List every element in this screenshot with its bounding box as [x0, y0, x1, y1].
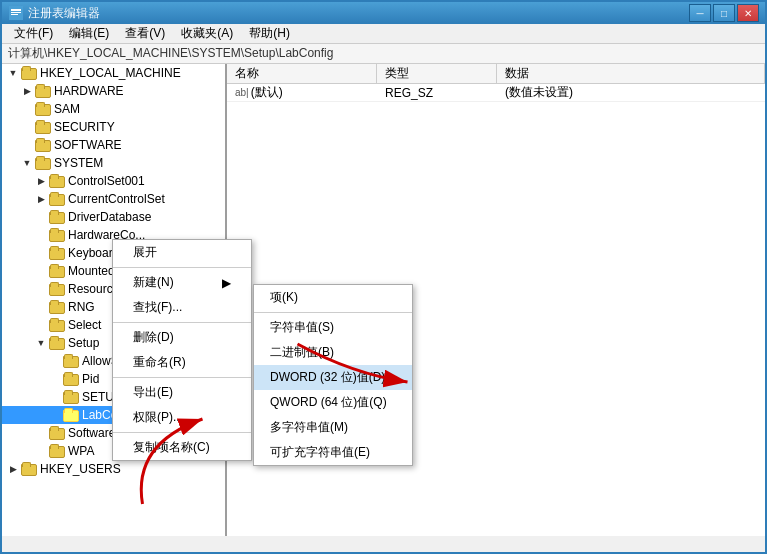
expand-icon: ▶ [6, 462, 20, 476]
folder-icon [21, 462, 37, 476]
tree-item-hkusers[interactable]: ▶ HKEY_USERS [2, 460, 225, 478]
tree-label: CurrentControlSet [68, 192, 165, 206]
expand-icon: ▶ [20, 84, 34, 98]
header-data: 数据 [497, 64, 765, 83]
cell-name: ab| (默认) [227, 84, 377, 101]
ctx-new[interactable]: 新建(N) ▶ 项(K) 字符串值(S) 二进制值(B) DWORD (32 位… [113, 270, 251, 295]
ctx-separator [113, 267, 251, 268]
list-header: 名称 类型 数据 [227, 64, 765, 84]
main-content: ▼ HKEY_LOCAL_MACHINE ▶ HARDWARE ▶ SAM ▶ … [2, 64, 765, 536]
submenu-dword[interactable]: DWORD (32 位)值(D) [254, 365, 412, 390]
menu-help[interactable]: 帮助(H) [241, 23, 298, 44]
tree-item-system[interactable]: ▼ SYSTEM [2, 154, 225, 172]
tree-label: RNG [68, 300, 95, 314]
folder-icon [35, 84, 51, 98]
minimize-button[interactable]: ─ [689, 4, 711, 22]
ctx-separator3 [113, 377, 251, 378]
folder-icon [49, 210, 65, 224]
menu-edit[interactable]: 编辑(E) [61, 23, 117, 44]
title-buttons: ─ □ ✕ [689, 4, 759, 22]
expand-icon: ▶ [34, 192, 48, 206]
submenu-separator [254, 312, 412, 313]
cell-name-text: (默认) [251, 84, 283, 101]
header-type: 类型 [377, 64, 497, 83]
folder-icon [63, 390, 79, 404]
ab-icon: ab| [235, 87, 249, 98]
cell-data: (数值未设置) [497, 84, 765, 101]
folder-icon [49, 174, 65, 188]
folder-icon [63, 372, 79, 386]
ctx-permissions[interactable]: 权限(P)... [113, 405, 251, 430]
tree-item-driverdatabase[interactable]: ▶ DriverDatabase [2, 208, 225, 226]
tree-item-security[interactable]: ▶ SECURITY [2, 118, 225, 136]
menu-view[interactable]: 查看(V) [117, 23, 173, 44]
svg-rect-2 [11, 12, 21, 13]
submenu-key[interactable]: 项(K) [254, 285, 412, 310]
cell-type: REG_SZ [377, 84, 497, 101]
submenu-binary[interactable]: 二进制值(B) [254, 340, 412, 365]
folder-icon [35, 138, 51, 152]
folder-icon [35, 156, 51, 170]
submenu-arrow-icon: ▶ [222, 276, 231, 290]
tree-item-currentcontrolset[interactable]: ▶ CurrentControlSet [2, 190, 225, 208]
submenu-multistring[interactable]: 多字符串值(M) [254, 415, 412, 440]
tree-label: Select [68, 318, 101, 332]
tree-label: HKEY_USERS [40, 462, 121, 476]
window-title: 注册表编辑器 [28, 5, 689, 22]
ctx-copy[interactable]: 复制项名称(C) [113, 435, 251, 460]
menu-favorites[interactable]: 收藏夹(A) [173, 23, 241, 44]
tree-item-software[interactable]: ▶ SOFTWARE [2, 136, 225, 154]
address-bar: 计算机\HKEY_LOCAL_MACHINE\SYSTEM\Setup\LabC… [2, 44, 765, 64]
folder-icon [49, 246, 65, 260]
context-menu: 展开 新建(N) ▶ 项(K) 字符串值(S) 二进制值(B) DWORD (3… [112, 239, 252, 461]
tree-label: Software [68, 426, 115, 440]
expand-icon: ▼ [6, 66, 20, 80]
tree-item-sam[interactable]: ▶ SAM [2, 100, 225, 118]
folder-icon [21, 66, 37, 80]
folder-icon [49, 282, 65, 296]
folder-icon [49, 444, 65, 458]
svg-rect-1 [11, 9, 21, 11]
ctx-separator4 [113, 432, 251, 433]
menu-bar: 文件(F) 编辑(E) 查看(V) 收藏夹(A) 帮助(H) [2, 24, 765, 44]
submenu: 项(K) 字符串值(S) 二进制值(B) DWORD (32 位)值(D) QW… [253, 284, 413, 466]
ctx-rename[interactable]: 重命名(R) [113, 350, 251, 375]
tree-label: DriverDatabase [68, 210, 151, 224]
folder-icon [49, 318, 65, 332]
submenu-expandstring[interactable]: 可扩充字符串值(E) [254, 440, 412, 465]
title-bar: 注册表编辑器 ─ □ ✕ [2, 2, 765, 24]
tree-label: HARDWARE [54, 84, 124, 98]
expand-icon: ▶ [34, 174, 48, 188]
ctx-find[interactable]: 查找(F)... [113, 295, 251, 320]
folder-icon [49, 264, 65, 278]
expand-icon: ▼ [34, 336, 48, 350]
window: 注册表编辑器 ─ □ ✕ 文件(F) 编辑(E) 查看(V) 收藏夹(A) 帮助… [0, 0, 767, 554]
list-row[interactable]: ab| (默认) REG_SZ (数值未设置) [227, 84, 765, 102]
ctx-export[interactable]: 导出(E) [113, 380, 251, 405]
tree-label: SECURITY [54, 120, 115, 134]
menu-file[interactable]: 文件(F) [6, 23, 61, 44]
folder-icon [49, 426, 65, 440]
app-icon [8, 5, 24, 21]
tree-label: SOFTWARE [54, 138, 122, 152]
tree-label: HKEY_LOCAL_MACHINE [40, 66, 181, 80]
tree-label: Pid [82, 372, 99, 386]
folder-icon [49, 192, 65, 206]
tree-item-hklm[interactable]: ▼ HKEY_LOCAL_MACHINE [2, 64, 225, 82]
maximize-button[interactable]: □ [713, 4, 735, 22]
folder-icon [49, 300, 65, 314]
close-button[interactable]: ✕ [737, 4, 759, 22]
submenu-string[interactable]: 字符串值(S) [254, 315, 412, 340]
folder-icon [35, 102, 51, 116]
ctx-delete[interactable]: 删除(D) [113, 325, 251, 350]
tree-label: WPA [68, 444, 94, 458]
tree-item-hardware[interactable]: ▶ HARDWARE [2, 82, 225, 100]
submenu-qword[interactable]: QWORD (64 位)值(Q) [254, 390, 412, 415]
tree-item-controlset001[interactable]: ▶ ControlSet001 [2, 172, 225, 190]
expand-icon: ▼ [20, 156, 34, 170]
ctx-expand[interactable]: 展开 [113, 240, 251, 265]
svg-rect-3 [11, 14, 18, 15]
tree-label: Setup [68, 336, 99, 350]
folder-icon [49, 228, 65, 242]
address-text: 计算机\HKEY_LOCAL_MACHINE\SYSTEM\Setup\LabC… [8, 45, 333, 62]
